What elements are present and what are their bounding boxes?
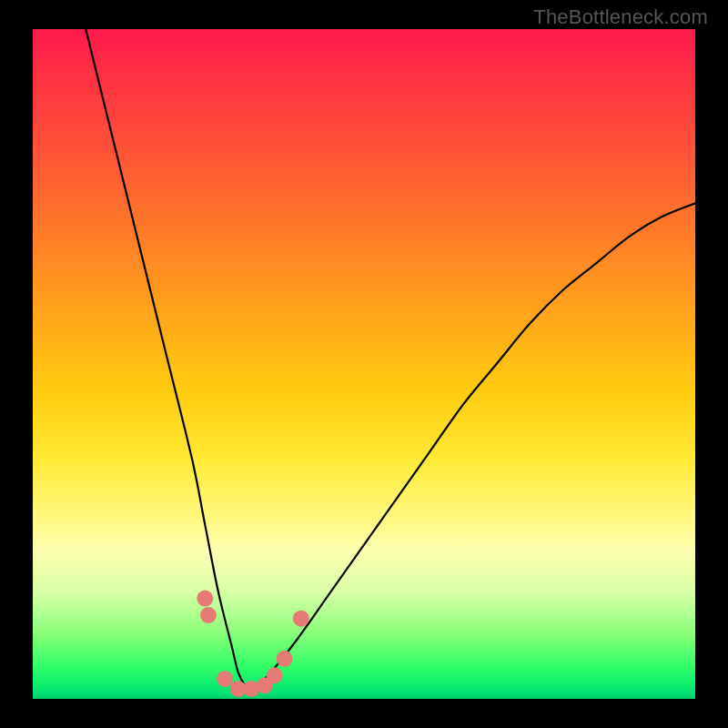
curve-marker — [277, 651, 293, 667]
curve-marker — [200, 607, 217, 623]
plot-area — [33, 29, 695, 699]
bottleneck-curve — [86, 29, 695, 693]
chart-frame: TheBottleneck.com — [0, 0, 728, 728]
curve-svg — [33, 29, 695, 699]
curve-marker — [267, 667, 283, 683]
curve-marker — [217, 671, 233, 687]
curve-marker — [197, 591, 213, 607]
curve-marker — [293, 611, 309, 627]
curve-markers — [197, 591, 309, 697]
watermark-text: TheBottleneck.com — [533, 5, 708, 29]
